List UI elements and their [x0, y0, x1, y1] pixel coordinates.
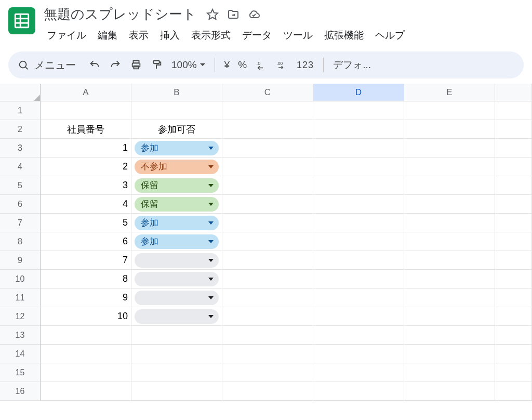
col-header-d[interactable]: D	[313, 84, 404, 101]
row-header[interactable]: 10	[0, 270, 41, 288]
cell[interactable]	[495, 270, 532, 288]
cell[interactable]	[313, 101, 404, 120]
menu-tools[interactable]: ツール	[278, 27, 318, 44]
menu-data[interactable]: データ	[237, 27, 277, 44]
row-header[interactable]: 15	[0, 363, 41, 382]
cell-id[interactable]: 9	[41, 288, 131, 307]
select-all-corner[interactable]	[0, 84, 41, 101]
decrease-decimal-icon[interactable]: .0	[252, 56, 271, 74]
font-family-dropdown[interactable]: デフォ...	[330, 58, 374, 72]
cell[interactable]	[404, 345, 495, 363]
cell[interactable]	[404, 288, 495, 307]
cell[interactable]	[404, 214, 495, 232]
cells-area[interactable]: 社員番号 参加可否 1 参加 2 不参加 3 保留 4 保留	[41, 101, 532, 401]
undo-icon[interactable]	[85, 56, 104, 74]
cell-id[interactable]: 4	[41, 195, 131, 214]
row-header[interactable]: 7	[0, 214, 41, 232]
cell[interactable]	[222, 326, 313, 345]
cell[interactable]	[313, 120, 404, 139]
cell[interactable]	[404, 101, 495, 120]
cell-id[interactable]: 2	[41, 158, 131, 176]
row-header[interactable]: 1	[0, 101, 41, 120]
row-header[interactable]: 5	[0, 176, 41, 195]
menu-edit[interactable]: 編集	[92, 27, 123, 44]
menu-extensions[interactable]: 拡張機能	[319, 27, 369, 44]
status-chip[interactable]	[135, 309, 219, 324]
col-header-f[interactable]	[495, 84, 532, 101]
cell[interactable]	[222, 101, 313, 120]
cell[interactable]	[222, 270, 313, 288]
cell[interactable]	[41, 326, 131, 345]
cell[interactable]	[222, 363, 313, 382]
cell[interactable]	[222, 232, 313, 251]
cell[interactable]	[495, 251, 532, 270]
cell[interactable]	[313, 326, 404, 345]
cell[interactable]	[131, 345, 222, 363]
cell[interactable]	[313, 195, 404, 214]
cell[interactable]	[313, 270, 404, 288]
col-header-a[interactable]: A	[41, 84, 131, 101]
row-header[interactable]: 8	[0, 232, 41, 251]
cell[interactable]	[404, 270, 495, 288]
menu-help[interactable]: ヘルプ	[370, 27, 410, 44]
cell-id[interactable]: 3	[41, 176, 131, 195]
cell[interactable]	[404, 120, 495, 139]
cell-header-a[interactable]: 社員番号	[41, 120, 131, 139]
status-chip[interactable]: 不参加	[135, 160, 219, 174]
cell[interactable]	[222, 288, 313, 307]
cell[interactable]	[404, 139, 495, 158]
cell[interactable]	[222, 158, 313, 176]
cell[interactable]	[41, 382, 131, 401]
cell-id[interactable]: 10	[41, 307, 131, 326]
number-format-button[interactable]: 123	[294, 56, 317, 74]
cell[interactable]	[222, 195, 313, 214]
status-chip[interactable]	[135, 291, 219, 305]
cell[interactable]	[222, 382, 313, 401]
col-header-c[interactable]: C	[222, 84, 313, 101]
col-header-e[interactable]: E	[404, 84, 495, 101]
cell[interactable]	[222, 120, 313, 139]
cell[interactable]	[131, 382, 222, 401]
menu-view[interactable]: 表示	[124, 27, 154, 44]
menu-insert[interactable]: 挿入	[155, 27, 185, 44]
row-header[interactable]: 11	[0, 288, 41, 307]
cell[interactable]	[495, 363, 532, 382]
increase-decimal-icon[interactable]: .00	[273, 56, 291, 74]
row-header[interactable]: 4	[0, 158, 41, 176]
cell[interactable]	[495, 176, 532, 195]
cell[interactable]	[495, 288, 532, 307]
cell[interactable]	[313, 382, 404, 401]
cell-status[interactable]	[131, 270, 222, 288]
cell[interactable]	[495, 120, 532, 139]
cell[interactable]	[222, 251, 313, 270]
status-chip[interactable]: 保留	[135, 197, 219, 212]
cell-status[interactable]: 参加	[131, 232, 222, 251]
cell[interactable]	[222, 214, 313, 232]
menu-search-button[interactable]: メニュー	[16, 56, 83, 74]
cell-status[interactable]	[131, 307, 222, 326]
cell-status[interactable]	[131, 251, 222, 270]
cell[interactable]	[313, 176, 404, 195]
cell[interactable]	[495, 307, 532, 326]
status-chip[interactable]: 参加	[135, 141, 219, 155]
cell-status[interactable]: 参加	[131, 214, 222, 232]
cell[interactable]	[404, 251, 495, 270]
zoom-dropdown[interactable]: 100%	[168, 56, 208, 74]
cell[interactable]	[222, 176, 313, 195]
cell[interactable]	[313, 307, 404, 326]
cell[interactable]	[313, 232, 404, 251]
cloud-status-icon[interactable]	[247, 8, 261, 21]
row-header[interactable]: 13	[0, 326, 41, 345]
cell-header-b[interactable]: 参加可否	[131, 120, 222, 139]
cell[interactable]	[495, 195, 532, 214]
cell[interactable]	[495, 214, 532, 232]
cell[interactable]	[313, 288, 404, 307]
cell[interactable]	[495, 101, 532, 120]
row-header[interactable]: 3	[0, 139, 41, 158]
cell-id[interactable]: 7	[41, 251, 131, 270]
cell[interactable]	[131, 363, 222, 382]
row-header[interactable]: 12	[0, 307, 41, 326]
row-header[interactable]: 14	[0, 345, 41, 363]
menu-file[interactable]: ファイル	[42, 27, 91, 44]
cell[interactable]	[404, 195, 495, 214]
